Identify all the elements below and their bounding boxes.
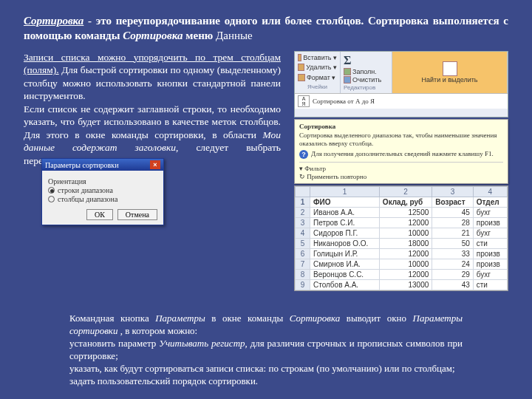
excel-ribbon: Вставить ▾ Удалить ▾ Формат ▾ Ячейки Σ З… (294, 51, 508, 117)
help-icon: ? (299, 150, 308, 159)
figure-stack: Вставить ▾ Удалить ▾ Формат ▾ Ячейки Σ З… (294, 51, 508, 292)
sort-az-icon[interactable]: АЯ (298, 95, 310, 107)
table-row: 6Голицын И.Р.1200033произв (296, 249, 508, 259)
table-row: 5Никаноров О.О.1800050сти (296, 239, 508, 249)
table-row: 7Смирнов И.А.1000024произв (296, 259, 508, 270)
radio-rows[interactable]: строки диапазона (48, 186, 157, 194)
spreadsheet: 1234 1ФИООклад, рубВозрастОтдел 2Иванов … (294, 185, 508, 291)
sort-az-button[interactable]: Сортировка от А до Я (313, 98, 375, 105)
table-row: 9Столбов А.А.1300043сти (296, 280, 508, 290)
radio-cols[interactable]: столбцы диапазона (48, 195, 157, 203)
tooltip: Сортировка Сортировка выделенного диапаз… (294, 119, 508, 185)
table-row: 8Веронцов С.С.1200029бухг (296, 270, 508, 280)
delete-menu[interactable]: Удалить ▾ (306, 64, 337, 71)
page-title: Сортировка - это переупорядочивание одно… (24, 13, 508, 44)
autosum-icon[interactable]: Σ (344, 54, 351, 67)
sort-options-dialog: Параметры сортировки× Ориентация строки … (41, 158, 164, 225)
insert-menu[interactable]: Вставить ▾ (303, 54, 337, 61)
cancel-button[interactable]: Отмена (117, 209, 157, 220)
table-row: 3Петров С.И.1200028произв (296, 218, 508, 228)
find-button[interactable]: Найти и выделить (421, 76, 477, 83)
table-row: 2Иванов А.А.1250045бухг (296, 208, 508, 218)
format-menu[interactable]: Формат ▾ (307, 74, 335, 81)
footer-text: Командная кнопка Параметры в окне команд… (24, 313, 508, 387)
close-icon[interactable]: × (150, 160, 160, 169)
filter-menu[interactable]: ▾ Фильтр (299, 165, 503, 173)
reapply-menu[interactable]: ↻ Применить повторно (299, 173, 503, 181)
table-row: 4Сидоров П.Г.1000021бухг (296, 228, 508, 239)
ok-button[interactable]: ОК (86, 209, 113, 220)
